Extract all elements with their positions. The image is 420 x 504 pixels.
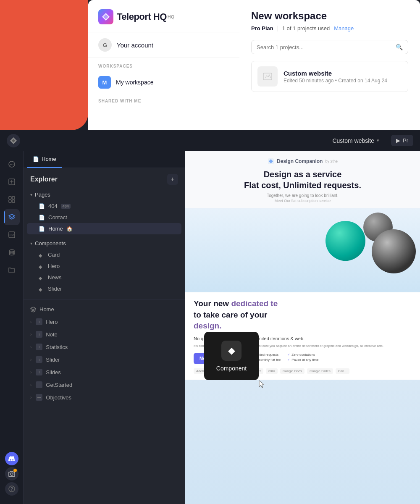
icon-sidebar-bottom: ? xyxy=(5,452,18,499)
check-item-2: ✓Zero quotations xyxy=(287,353,318,357)
explorer-title: Explorer xyxy=(30,176,58,183)
layers-icon xyxy=(30,307,36,312)
sidebar-btn-chat[interactable] xyxy=(4,156,20,172)
component-item-news[interactable]: News xyxy=(27,272,181,283)
project-row[interactable]: Custom website Edited 50 minutes ago • C… xyxy=(251,61,408,92)
bottom-tree-objectives-label: Objectives xyxy=(46,394,71,401)
camera-button[interactable] xyxy=(5,467,18,480)
bottom-tree-slides[interactable]: › I Slides xyxy=(24,366,185,378)
components-label: Components xyxy=(35,240,66,247)
add-page-button[interactable]: + xyxy=(167,174,178,185)
play-label: Pr xyxy=(403,137,408,144)
plan-usage: 1 of 1 projects used xyxy=(282,25,330,32)
editor-ui: Custom website ▾ ▶ Pr xyxy=(0,130,420,504)
expand-arrow-note: › xyxy=(30,332,32,337)
sidebar-btn-database[interactable] xyxy=(4,244,20,260)
explorer-panel: 📄 Home Explorer + ▾ Pages 📄 404 404 xyxy=(24,151,185,504)
diamond-icon-slider xyxy=(39,286,45,292)
components-section-header[interactable]: ▾ Components xyxy=(27,238,181,249)
component-item-hero[interactable]: Hero xyxy=(27,260,181,272)
component-item-slider[interactable]: Slider xyxy=(27,283,181,294)
tab-home[interactable]: 📄 Home xyxy=(27,151,62,168)
component-name-news: News xyxy=(48,274,62,281)
diamond-icon-hero xyxy=(39,263,45,269)
manage-link[interactable]: Manage xyxy=(334,25,354,32)
svg-rect-13 xyxy=(12,197,15,199)
svg-text:CSS: CSS xyxy=(8,233,15,237)
bottom-tree-getstarted[interactable]: › — GetStarted xyxy=(24,378,185,391)
page-item-404[interactable]: 📄 404 404 xyxy=(27,200,181,212)
expand-arrow-slides: › xyxy=(30,370,32,375)
components-chevron: ▾ xyxy=(30,241,32,246)
preview-logo-icon xyxy=(268,158,274,165)
play-button[interactable]: ▶ Pr xyxy=(391,135,413,146)
diamond-icon-card xyxy=(39,252,45,258)
project-search-input[interactable] xyxy=(257,44,396,50)
plan-row: Pro Plan 1 of 1 projects used Manage xyxy=(251,25,408,32)
preview-hero-title-1: Design as a service xyxy=(195,169,410,180)
plan-divider xyxy=(278,26,278,32)
section-icon-slides: I xyxy=(36,369,42,375)
page-item-contact[interactable]: 📄 Contact xyxy=(27,212,181,223)
page-name-home: Home xyxy=(48,226,63,232)
icon-sidebar: CSS xyxy=(0,151,24,504)
preview-lower-title: Your new dedicated te xyxy=(194,298,412,310)
bottom-tree-slider[interactable]: › I Slider xyxy=(24,353,185,366)
svg-point-20 xyxy=(10,473,13,475)
preview-logo-text: Design Companion xyxy=(277,158,323,164)
bottom-tree-statistics[interactable]: › I Statistics xyxy=(24,341,185,353)
pages-section-header[interactable]: ▾ Pages xyxy=(27,189,181,200)
workspace-detail-panel: New workspace Pro Plan 1 of 1 projects u… xyxy=(239,0,420,130)
svg-rect-14 xyxy=(9,200,11,202)
canvas-preview: Design Companion by 2the Design as a ser… xyxy=(185,151,420,504)
bottom-tree-root[interactable]: Home xyxy=(24,303,185,315)
bottom-tree-statistics-label: Statistics xyxy=(46,344,68,350)
discord-button[interactable] xyxy=(5,452,18,465)
lower-title-2: dedicated te xyxy=(231,299,278,308)
sphere-dark-large xyxy=(372,229,416,273)
page-item-home[interactable]: 📄 Home 🏠 xyxy=(27,223,181,234)
component-tooltip-icon: ◆ xyxy=(221,341,242,361)
page-file-icon-home: 📄 xyxy=(39,226,45,232)
page-icon: 📄 xyxy=(33,156,39,162)
logo-google-docs: Google Docs xyxy=(280,368,304,374)
expand-arrow-statistics: › xyxy=(30,345,32,349)
component-name-card: Card xyxy=(48,252,60,258)
sidebar-btn-folder[interactable] xyxy=(4,262,20,278)
bottom-tree-root-label: Home xyxy=(39,306,54,312)
pages-label: Pages xyxy=(35,192,50,198)
bottom-tree-note[interactable]: › I Note xyxy=(24,328,185,341)
coral-background xyxy=(0,0,88,130)
plan-badge: Pro Plan xyxy=(251,25,273,32)
workspace-icon: M xyxy=(98,76,111,89)
active-indicator xyxy=(4,211,5,223)
svg-rect-15 xyxy=(12,200,15,202)
page-name-404: 404 xyxy=(48,203,58,209)
section-icon-objectives: — xyxy=(36,394,42,401)
bottom-tree-note-label: Note xyxy=(46,331,57,338)
svg-point-8 xyxy=(13,164,13,165)
project-search-box[interactable]: 🔍 xyxy=(251,40,408,54)
bottom-tree-hero[interactable]: › I Hero xyxy=(24,315,185,328)
logo-google-slides: Google Slides xyxy=(307,368,333,374)
component-item-card[interactable]: Card xyxy=(27,249,181,260)
avatar: G xyxy=(98,38,112,52)
help-button[interactable]: ? xyxy=(5,482,18,496)
component-name-slider: Slider xyxy=(48,286,62,292)
sidebar-btn-component[interactable] xyxy=(4,192,20,207)
bottom-tree: Home › I Hero › I Note › I Statistics xyxy=(24,299,185,404)
tab-home-label: Home xyxy=(42,156,56,162)
check-item-3: ✓Pause at any time xyxy=(287,358,318,362)
component-tooltip-label: Component xyxy=(216,365,247,372)
sidebar-btn-css[interactable]: CSS xyxy=(4,227,20,243)
sidebar-btn-add[interactable] xyxy=(4,174,20,190)
pages-chevron: ▾ xyxy=(30,192,32,197)
preview-hero-sub: Meet Our flat subscription service xyxy=(195,199,410,203)
page-file-icon: 📄 xyxy=(39,203,45,209)
editor-body: CSS xyxy=(0,151,420,504)
bottom-tree-objectives[interactable]: › — Objectives xyxy=(24,391,185,404)
sidebar-btn-layers[interactable] xyxy=(4,209,20,225)
editor-project-name[interactable]: Custom website ▾ xyxy=(332,137,379,144)
preview-lower-title2: to take care of your xyxy=(194,310,412,321)
project-meta: Edited 50 minutes ago • Created on 14 Au… xyxy=(284,78,387,84)
